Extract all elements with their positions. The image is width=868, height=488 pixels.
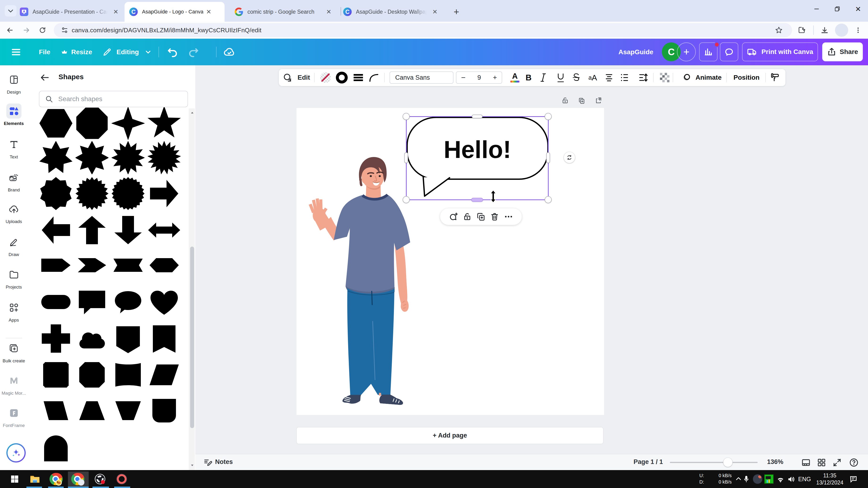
svg-text:co: co <box>11 178 14 181</box>
svg-text:Hello!: Hello! <box>444 136 511 163</box>
